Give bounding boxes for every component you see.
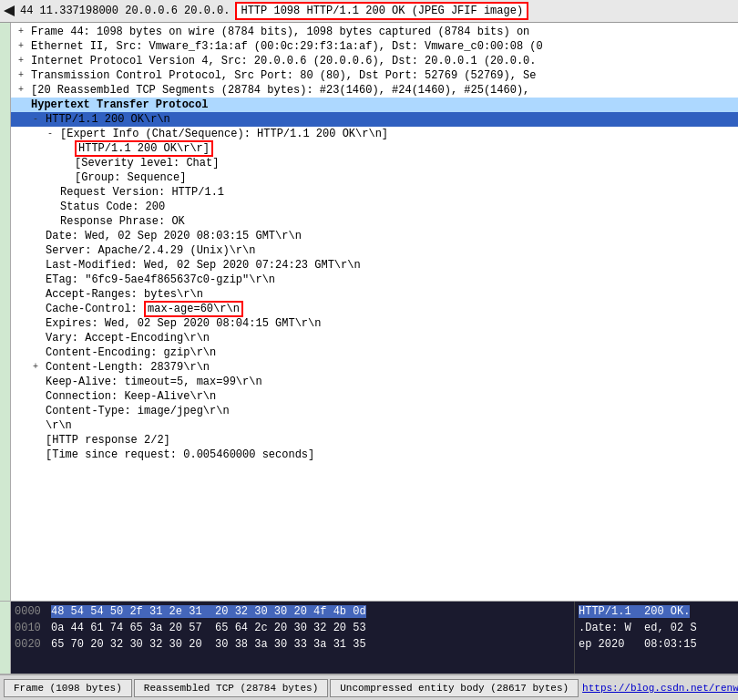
tree-row-http_header[interactable]: Hypertext Transfer Protocol [11, 98, 738, 112]
bytes-panel: 0000 48 54 54 50 2f 31 2e 31 20 32 30 30… [0, 602, 738, 674]
tree-label-reassembled: [20 Reassembled TCP Segments (28784 byte… [31, 83, 529, 98]
tree-row-connection[interactable]: Connection: Keep-Alive\r\n [11, 389, 738, 404]
tree-row-expires[interactable]: Expires: Wed, 02 Sep 2020 08:04:15 GMT\r… [11, 316, 738, 331]
tree-label-date: Date: Wed, 02 Sep 2020 08:03:15 GMT\r\n [46, 229, 302, 243]
csdn-link[interactable]: https://blog.csdn.net/renweizl...4173302… [582, 683, 738, 694]
tree-row-cache_control[interactable]: Cache-Control: max-age=60\r\n [11, 302, 738, 316]
tree-label-etag: ETag: "6fc9-5ae4f865637c0-gzip"\r\n [46, 273, 275, 287]
tree-row-expert_info[interactable]: - [Expert Info (Chat/Sequence): HTTP/1.1… [11, 127, 738, 141]
tree-row-vary[interactable]: Vary: Accept-Encoding\r\n [11, 331, 738, 345]
http-highlight-label: HTTP 1098 HTTP/1.1 200 OK (JPEG JFIF ima… [235, 2, 528, 20]
tree-label-server: Server: Apache/2.4.29 (Unix)\r\n [46, 243, 255, 258]
tree-row-group[interactable]: [Group: Sequence] [11, 170, 738, 185]
tree-label-content_type: Content-Type: image/jpeg\r\n [46, 404, 230, 418]
tree-label-expires: Expires: Wed, 02 Sep 2020 08:04:15 GMT\r… [46, 316, 321, 331]
tree-label-req_version: Request Version: HTTP/1.1 [60, 185, 224, 200]
tree-row-last_modified[interactable]: Last-Modified: Wed, 02 Sep 2020 07:24:23… [11, 258, 738, 273]
tree-label-time_since: [Time since request: 0.005460000 seconds… [46, 448, 314, 462]
tree-content: + Frame 44: 1098 bytes on wire (8784 bit… [11, 23, 738, 601]
tree-row-req_version[interactable]: Request Version: HTTP/1.1 [11, 185, 738, 200]
tree-label-http_200: HTTP/1.1 200 OK\r\n [46, 112, 170, 127]
bytes-addr-0: 0000 [15, 603, 51, 620]
tree-row-content_encoding[interactable]: Content-Encoding: gzip\r\n [11, 345, 738, 360]
tree-label-accept_ranges: Accept-Ranges: bytes\r\n [46, 287, 203, 302]
tree-row-server[interactable]: Server: Apache/2.4.29 (Unix)\r\n [11, 243, 738, 258]
bytes-content: 0000 48 54 54 50 2f 31 2e 31 20 32 30 30… [11, 602, 738, 674]
packet-info: 44 11.337198000 20.0.0.6 20.0.0. [20, 5, 230, 17]
tree-label-group: [Group: Sequence] [75, 170, 186, 185]
tree-row-ethernet[interactable]: + Ethernet II, Src: Vmware_f3:1a:af (00:… [11, 39, 738, 54]
tree-label-connection: Connection: Keep-Alive\r\n [46, 389, 216, 404]
tree-row-response_phrase[interactable]: Response Phrase: OK [11, 214, 738, 229]
tree-row-accept_ranges[interactable]: Accept-Ranges: bytes\r\n [11, 287, 738, 302]
expand-icon[interactable]: + [18, 54, 31, 68]
tree-row-time_since[interactable]: [Time since request: 0.005460000 seconds… [11, 448, 738, 462]
tree-label-vary: Vary: Accept-Encoding\r\n [46, 331, 210, 345]
packet-triangle-icon [4, 5, 15, 16]
uncompressed-body-button[interactable]: Uncompressed entity body (28617 bytes) [330, 679, 579, 697]
left-gutter [0, 23, 11, 601]
expand-icon[interactable]: + [18, 25, 31, 39]
tree-label-last_modified: Last-Modified: Wed, 02 Sep 2020 07:24:23… [46, 258, 361, 273]
top-bar: 44 11.337198000 20.0.0.6 20.0.0. HTTP 10… [0, 0, 738, 23]
frame-bytes-button[interactable]: Frame (1098 bytes) [4, 679, 132, 697]
tree-row-severity[interactable]: [Severity level: Chat] [11, 156, 738, 170]
tree-label-status_code: Status Code: 200 [60, 200, 165, 214]
tree-label-crlf: \r\n [46, 418, 72, 433]
bytes-ascii-selected-0: HTTP/1.1 200 OK. [579, 605, 690, 618]
bytes-ascii: HTTP/1.1 200 OK..Date: W ed, 02 Sep 2020… [574, 602, 738, 674]
tree-row-frame[interactable]: + Frame 44: 1098 bytes on wire (8784 bit… [11, 25, 738, 39]
tree-label-cache_control: Cache-Control: max-age=60\r\n [46, 302, 243, 316]
tree-row-keep_alive[interactable]: Keep-Alive: timeout=5, max=99\r\n [11, 375, 738, 389]
tree-label-content_encoding: Content-Encoding: gzip\r\n [46, 345, 216, 360]
expand-icon[interactable]: + [18, 39, 31, 54]
tree-row-content_type[interactable]: Content-Type: image/jpeg\r\n [11, 404, 738, 418]
tree-row-date[interactable]: Date: Wed, 02 Sep 2020 08:03:15 GMT\r\n [11, 229, 738, 243]
packet-detail-panel: + Frame 44: 1098 bytes on wire (8784 bit… [0, 23, 738, 602]
tree-row-content_length[interactable]: + Content-Length: 28379\r\n [11, 360, 738, 375]
bytes-addr-2: 0020 [15, 636, 51, 653]
tree-label-response_phrase: Response Phrase: OK [60, 214, 185, 229]
bytes-row-1: 0010 0a 44 61 74 65 3a 20 57 65 64 2c 20… [15, 620, 570, 636]
bytes-row-2: 0020 65 70 20 32 30 32 30 20 30 38 3a 30… [15, 636, 570, 653]
expand-icon[interactable]: + [18, 83, 31, 98]
tree-row-reassembled[interactable]: + [20 Reassembled TCP Segments (28784 by… [11, 83, 738, 98]
tree-row-http_200[interactable]: - HTTP/1.1 200 OK\r\n [11, 112, 738, 127]
bytes-data-0: 48 54 54 50 2f 31 2e 31 20 32 30 30 20 4… [51, 603, 570, 620]
tree-label-expert_info: [Expert Info (Chat/Sequence): HTTP/1.1 2… [60, 127, 388, 141]
tree-row-etag[interactable]: ETag: "6fc9-5ae4f865637c0-gzip"\r\n [11, 273, 738, 287]
tree-label-content_length: Content-Length: 28379\r\n [46, 360, 210, 375]
bytes-ascii-row-1: .Date: W ed, 02 S [579, 620, 734, 636]
bytes-left-gutter [0, 602, 11, 674]
expand-icon[interactable]: - [47, 127, 60, 141]
tree-row-ip[interactable]: + Internet Protocol Version 4, Src: 20.0… [11, 54, 738, 68]
tree-label-keep_alive: Keep-Alive: timeout=5, max=99\r\n [46, 375, 262, 389]
tree-label-http_header: Hypertext Transfer Protocol [31, 98, 208, 112]
bytes-ascii-text-2: ep 2020 08:03:15 [579, 636, 734, 653]
bytes-selected-0: 48 54 54 50 2f 31 2e 31 20 32 30 30 20 4… [51, 605, 366, 618]
cache-control-redbox: max-age=60\r\n [144, 301, 243, 317]
expand-icon[interactable]: + [33, 360, 46, 375]
bytes-addr-1: 0010 [15, 620, 51, 636]
bytes-ascii-text-0: HTTP/1.1 200 OK. [579, 603, 734, 620]
bytes-ascii-row-2: ep 2020 08:03:15 [579, 636, 734, 653]
tree-label-http_msg: HTTP/1.1 200 OK\r\r] [75, 141, 213, 156]
tree-label-ip: Internet Protocol Version 4, Src: 20.0.0… [31, 54, 537, 68]
tree-row-status_code[interactable]: Status Code: 200 [11, 200, 738, 214]
bytes-row-0: 0000 48 54 54 50 2f 31 2e 31 20 32 30 30… [15, 603, 570, 620]
bytes-ascii-text-1: .Date: W ed, 02 S [579, 620, 734, 636]
tree-label-http_resp2: [HTTP response 2/2] [46, 433, 170, 448]
tree-row-http_msg[interactable]: HTTP/1.1 200 OK\r\r] [11, 141, 738, 156]
status-bar: Frame (1098 bytes) Reassembled TCP (2878… [0, 674, 738, 700]
tree-label-ethernet: Ethernet II, Src: Vmware_f3:1a:af (00:0c… [31, 39, 543, 54]
expand-icon[interactable]: + [18, 68, 31, 83]
bytes-ascii-row-0: HTTP/1.1 200 OK. [579, 603, 734, 620]
expand-icon[interactable]: - [33, 112, 46, 127]
tree-row-crlf[interactable]: \r\n [11, 418, 738, 433]
tree-label-severity: [Severity level: Chat] [75, 156, 219, 170]
bytes-hex: 0000 48 54 54 50 2f 31 2e 31 20 32 30 30… [11, 602, 574, 674]
bytes-data-2: 65 70 20 32 30 32 30 20 30 38 3a 30 33 3… [51, 636, 570, 653]
tree-row-http_resp2[interactable]: [HTTP response 2/2] [11, 433, 738, 448]
tree-row-tcp[interactable]: + Transmission Control Protocol, Src Por… [11, 68, 738, 83]
reassembled-tcp-button[interactable]: Reassembled TCP (28784 bytes) [134, 679, 328, 697]
